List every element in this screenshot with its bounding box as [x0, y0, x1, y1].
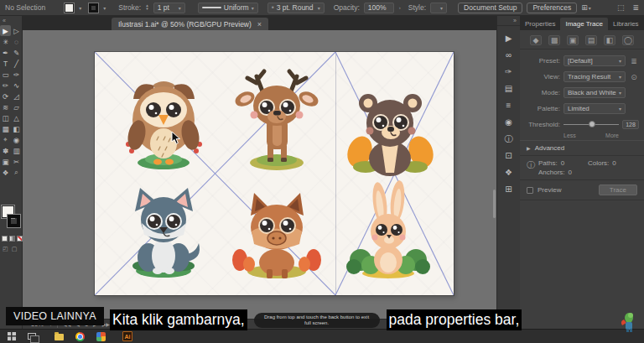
- pencil-tool-icon[interactable]: ✏: [0, 80, 11, 91]
- swatches-panel-icon[interactable]: ▤: [502, 83, 516, 94]
- preset-select[interactable]: [Default]▾: [564, 55, 626, 66]
- fill-chevron-icon[interactable]: ▾: [79, 5, 81, 11]
- eye-icon[interactable]: ⊙: [629, 73, 639, 81]
- canvas-scrollbar[interactable]: [493, 190, 496, 218]
- hand-tool-icon[interactable]: ❖: [0, 167, 11, 178]
- advanced-disclosure-icon[interactable]: ▶: [527, 145, 531, 151]
- preferences-button[interactable]: Preferences: [527, 3, 577, 13]
- document-setup-button[interactable]: Document Setup: [458, 3, 522, 13]
- rectangle-tool-icon[interactable]: ▭: [0, 69, 11, 80]
- screen-mode-icon[interactable]: ▢: [12, 246, 18, 252]
- zoom-tool-icon[interactable]: ⌕: [11, 167, 22, 178]
- brush-select[interactable]: • 3 pt. Round▾: [267, 3, 325, 13]
- preset-low-color-icon[interactable]: ▣: [567, 35, 579, 45]
- preset-high-color-icon[interactable]: ▩: [548, 35, 560, 45]
- gradient-panel-icon[interactable]: ◉: [502, 117, 516, 127]
- rotate-tool-icon[interactable]: ⟳: [0, 91, 11, 101]
- type-tool-icon[interactable]: T: [0, 58, 11, 69]
- boar-illustration: [229, 189, 325, 279]
- tab-image-trace[interactable]: Image Trace: [560, 18, 607, 30]
- artboard[interactable]: [95, 52, 454, 295]
- chrome-icon[interactable]: [75, 332, 85, 341]
- draw-normal-icon[interactable]: ◰: [3, 246, 8, 252]
- appearance-panel-icon[interactable]: ⊡: [502, 150, 516, 161]
- artboard-tool-icon[interactable]: ▣: [0, 156, 11, 167]
- preview-checkbox[interactable]: [527, 187, 533, 194]
- curvature-tool-icon[interactable]: ✎: [11, 47, 22, 58]
- preset-auto-color-icon[interactable]: ◆: [530, 35, 542, 45]
- document-tab[interactable]: Ilustrasi 1.ai* @ 50% (RGB/GPU Preview) …: [112, 18, 268, 30]
- toolbar-collapse-icon[interactable]: «: [0, 16, 22, 25]
- free-transform-tool-icon[interactable]: ▱: [11, 101, 22, 112]
- eyedropper-tool-icon[interactable]: ⌖: [0, 134, 11, 145]
- start-button-icon[interactable]: [8, 332, 16, 340]
- bear-illustration: [346, 88, 434, 176]
- magic-wand-tool-icon[interactable]: ✳: [0, 36, 11, 47]
- palette-select[interactable]: Limited▾: [564, 103, 626, 114]
- actions-panel-icon[interactable]: ▶: [502, 33, 516, 44]
- stroke-stepper[interactable]: ▲▼: [145, 4, 148, 11]
- stroke-panel-icon[interactable]: ≡: [502, 100, 516, 111]
- none-mode-icon[interactable]: [17, 236, 23, 242]
- preset-outline-icon[interactable]: ◯: [622, 35, 634, 45]
- scale-tool-icon[interactable]: ◿: [11, 91, 22, 101]
- symbol-sprayer-tool-icon[interactable]: ✽: [0, 145, 11, 156]
- preset-grayscale-icon[interactable]: ▤: [585, 35, 597, 45]
- graph-tool-icon[interactable]: ▥: [11, 145, 22, 156]
- stroke-weight-field[interactable]: 1 pt▾: [153, 3, 185, 13]
- tab-libraries[interactable]: Libraries: [608, 18, 644, 30]
- view-select[interactable]: Tracing Result▾: [564, 71, 626, 82]
- direct-selection-tool-icon[interactable]: ▷: [11, 25, 22, 36]
- perspective-grid-tool-icon[interactable]: △: [11, 112, 22, 123]
- blend-tool-icon[interactable]: ◉: [11, 134, 22, 145]
- advanced-section-toggle[interactable]: ▶ Advanced: [520, 140, 644, 156]
- mode-select[interactable]: Black and White▾: [564, 87, 626, 98]
- trace-button[interactable]: Trace: [599, 184, 637, 195]
- selection-tool-icon[interactable]: ▶: [0, 25, 11, 36]
- threshold-slider-knob[interactable]: [589, 121, 595, 127]
- opacity-field[interactable]: 100%: [364, 3, 394, 13]
- photos-app-icon[interactable]: [96, 332, 106, 341]
- trace-preset-icons: ◆▩▣▤◧◯: [520, 30, 644, 49]
- workspace-switcher-icon[interactable]: ≣: [632, 3, 639, 12]
- fill-color-swatch[interactable]: [65, 3, 74, 13]
- video-lainnya-badge[interactable]: VIDEO LAINNYA: [6, 307, 104, 325]
- layers-panel-icon[interactable]: ❖: [502, 167, 516, 178]
- align-options-icon[interactable]: ⊞▾: [581, 3, 591, 12]
- shape-builder-tool-icon[interactable]: ◫: [0, 112, 11, 123]
- info-panel-icon[interactable]: ⓘ: [502, 133, 516, 144]
- dock-expand-icon[interactable]: »: [497, 16, 520, 26]
- paths-label: Paths:: [538, 159, 558, 167]
- arrange-documents-icon[interactable]: ⬚: [617, 3, 625, 12]
- gradient-tool-icon[interactable]: ◧: [11, 123, 22, 134]
- opacity-chevron-icon[interactable]: ›: [399, 5, 401, 10]
- mesh-tool-icon[interactable]: ▦: [0, 123, 11, 134]
- document-tab-close-icon[interactable]: ×: [257, 20, 262, 29]
- links-panel-icon[interactable]: ∞: [502, 49, 516, 60]
- width-tool-icon[interactable]: ≋: [0, 101, 11, 112]
- panel-menu-icon[interactable]: ≣: [629, 57, 639, 65]
- tab-properties[interactable]: Properties: [520, 18, 560, 30]
- threshold-slider[interactable]: [564, 119, 619, 130]
- task-view-icon[interactable]: [28, 333, 36, 340]
- line-segment-tool-icon[interactable]: ╱: [11, 58, 22, 69]
- width-profile-select[interactable]: Uniform▾: [198, 3, 258, 13]
- slice-tool-icon[interactable]: ✂: [11, 156, 22, 167]
- threshold-value[interactable]: 128: [622, 120, 639, 129]
- pen-tool-icon[interactable]: ✒: [0, 47, 11, 58]
- illustrator-taskbar-icon[interactable]: Ai: [122, 331, 132, 341]
- color-mode-icon[interactable]: [2, 236, 8, 242]
- brushes-panel-icon[interactable]: ✑: [502, 66, 516, 77]
- style-select[interactable]: ▾: [430, 3, 447, 13]
- stroke-color-swatch[interactable]: [89, 3, 98, 13]
- toolbar-stroke-swatch[interactable]: [8, 215, 20, 227]
- paintbrush-tool-icon[interactable]: ✑: [11, 69, 22, 80]
- gradient-mode-icon[interactable]: [9, 236, 15, 242]
- shaper-tool-icon[interactable]: ∿: [11, 80, 22, 91]
- canvas-area[interactable]: [23, 30, 496, 319]
- artboards-panel-icon[interactable]: ⊞: [502, 184, 516, 195]
- lasso-tool-icon[interactable]: ◌: [11, 36, 22, 47]
- file-explorer-icon[interactable]: [55, 334, 64, 340]
- stroke-chevron-icon[interactable]: ▾: [103, 5, 106, 11]
- preset-black-white-icon[interactable]: ◧: [604, 35, 615, 45]
